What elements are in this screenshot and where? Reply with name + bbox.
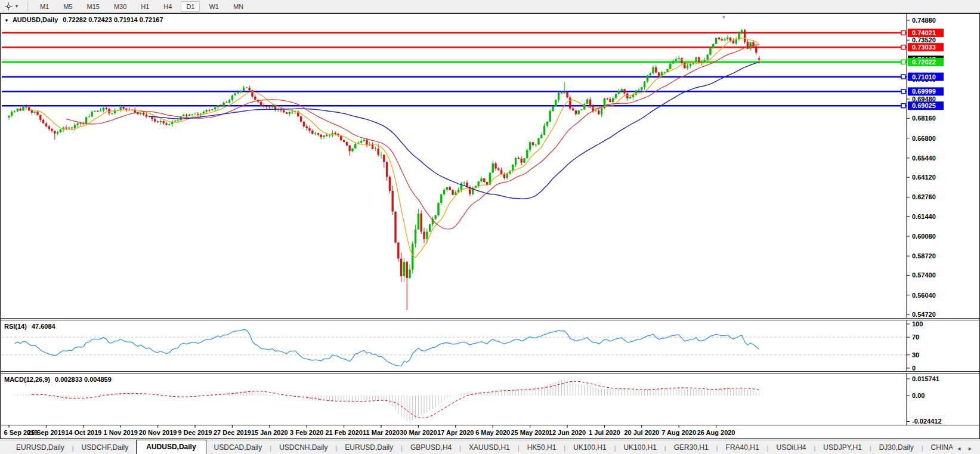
rsi-indicator-chart[interactable]: 10070300	[1, 320, 979, 371]
svg-text:15 Jan 2020: 15 Jan 2020	[251, 429, 288, 436]
collapse-arrow-icon[interactable]: ▼	[4, 18, 9, 23]
chart-tab-usdcnh-daily[interactable]: USDCNH,Daily	[271, 441, 335, 454]
chart-tabs: EURUSD,Daily|USDCHF,DailyAUDUSD,DailyUSD…	[0, 440, 953, 454]
chart-tab-hk50-h1[interactable]: HK50,H1	[520, 441, 564, 454]
svg-text:0.00: 0.00	[912, 392, 925, 399]
svg-text:0.58720: 0.58720	[912, 252, 936, 260]
svg-text:0: 0	[912, 365, 916, 371]
svg-text:12 Jun 2020: 12 Jun 2020	[549, 429, 586, 436]
scroll-left-icon[interactable]: ◄	[956, 446, 962, 452]
scroll-right-icon[interactable]: ►	[967, 446, 973, 452]
chart-tabs-bar: EURUSD,Daily|USDCHF,DailyAUDUSD,DailyUSD…	[0, 440, 980, 454]
svg-text:0.72022: 0.72022	[912, 58, 936, 66]
ma-line-8	[29, 38, 759, 258]
svg-text:0.71010: 0.71010	[912, 73, 936, 81]
level-badge: 0.74021	[901, 29, 944, 37]
level-badge: 0.72022	[901, 58, 944, 66]
chart-tab-xauusd-h1[interactable]: XAUUSD,H1	[461, 441, 518, 454]
svg-text:0.61440: 0.61440	[912, 213, 936, 220]
macd-label: MACD(12,26,9)0.002833 0.004859	[4, 376, 112, 383]
macd-indicator-chart[interactable]: 0.0157410.00-0.024412	[1, 373, 979, 425]
horizontal-level-lines	[2, 33, 907, 106]
svg-text:0.60080: 0.60080	[912, 233, 936, 240]
chart-tab-usdcad-daily[interactable]: USDCAD,Daily	[206, 441, 270, 454]
svg-text:0.64120: 0.64120	[912, 174, 936, 181]
timeframe-button-m30[interactable]: M30	[109, 1, 132, 12]
svg-text:0.73033: 0.73033	[912, 44, 936, 51]
macd-histogram	[9, 380, 759, 422]
svg-text:17 Apr 2020: 17 Apr 2020	[437, 429, 474, 436]
chart-tab-usoil-h4[interactable]: USOil,H4	[768, 441, 814, 454]
level-badge: 0.69999	[901, 87, 944, 95]
svg-text:0.69999: 0.69999	[912, 88, 936, 95]
svg-text:0.57400: 0.57400	[912, 271, 936, 279]
timeframe-button-d1[interactable]: D1	[181, 1, 200, 12]
rsi-name: RSI(14)	[4, 323, 27, 330]
svg-text:0.56040: 0.56040	[912, 292, 936, 299]
timeframe-button-h4[interactable]: H4	[158, 1, 177, 12]
svg-text:0.73520: 0.73520	[912, 36, 936, 44]
level-badge: 0.71010	[901, 73, 944, 81]
chart-tab-dj30-daily[interactable]: DJ30,Daily	[871, 441, 922, 454]
timeframe-button-h1[interactable]: H1	[135, 1, 154, 12]
date-axis[interactable]: 6 Sep 201925 Sep 201914 Oct 20191 Nov 20…	[1, 425, 979, 438]
svg-text:1 Nov 2019: 1 Nov 2019	[103, 429, 137, 436]
svg-text:70: 70	[912, 333, 919, 341]
level-badge: 0.69025	[901, 101, 944, 110]
svg-text:30: 30	[912, 351, 919, 359]
ohlc-values: 0.72282 0.72423 0.71914 0.72167	[63, 16, 163, 23]
crosshair-tool-button[interactable]: ▼	[2, 2, 21, 11]
svg-text:25 May 2020: 25 May 2020	[511, 429, 549, 436]
timeframe-button-m1[interactable]: M1	[35, 1, 54, 12]
svg-text:0.74021: 0.74021	[912, 29, 936, 36]
chart-tab-uk100-h1[interactable]: UK100,H1	[616, 441, 664, 454]
svg-text:27 Dec 2019: 27 Dec 2019	[214, 429, 251, 436]
chart-tab-china300-h1[interactable]: CHINA300,H1	[923, 441, 953, 454]
chart-tab-ger30-h1[interactable]: GER30,H1	[666, 441, 716, 454]
svg-text:3 Feb 2020: 3 Feb 2020	[290, 429, 323, 436]
svg-text:25 Sep 2019: 25 Sep 2019	[27, 429, 65, 436]
candlestick-chart[interactable]: 0.748800.735200.721600.708400.694800.681…	[1, 14, 979, 318]
timeframe-button-m15[interactable]: M15	[81, 1, 104, 12]
chart-tab-eurusd-daily[interactable]: EURUSD,Daily	[8, 441, 72, 454]
chart-tab-gbpusd-h4[interactable]: GBPUSD,H4	[403, 441, 459, 454]
main-chart-panel: 0.748800.735200.721600.708400.694800.681…	[1, 14, 979, 319]
svg-text:21 Feb 2020: 21 Feb 2020	[325, 429, 362, 436]
svg-text:26 Aug 2020: 26 Aug 2020	[697, 429, 735, 436]
chart-tab-audusd-daily[interactable]: AUDUSD,Daily	[136, 440, 206, 454]
timeframe-button-m5[interactable]: M5	[58, 1, 78, 12]
chart-tab-uk100-h1[interactable]: UK100,H1	[565, 441, 614, 454]
scroll-marker-icon: ▼	[721, 14, 727, 20]
ma-line-50	[149, 63, 759, 199]
chart-tab-eurusd-daily[interactable]: EURUSD,Daily	[337, 441, 401, 454]
svg-text:0.65440: 0.65440	[912, 155, 936, 162]
rsi-value: 47.6084	[32, 323, 55, 330]
rsi-panel: 10070300 RSI(14)47.6084	[1, 320, 979, 372]
chart-tab-usdjpy-h1[interactable]: USDJPY,H1	[815, 441, 869, 454]
rsi-line	[15, 330, 759, 366]
svg-text:0.62760: 0.62760	[912, 193, 936, 200]
symbol-period-label: AUDUSD,Daily	[13, 16, 58, 23]
chart-tab-usdchf-daily[interactable]: USDCHF,Daily	[74, 441, 137, 454]
timeframe-button-w1[interactable]: W1	[203, 1, 224, 12]
svg-text:0.66800: 0.66800	[912, 135, 936, 142]
svg-text:0.54720: 0.54720	[912, 311, 936, 318]
chart-tab-fra40-h1[interactable]: FRA40,H1	[718, 441, 767, 454]
svg-text:0.69025: 0.69025	[912, 102, 936, 109]
svg-text:30 Mar 2020: 30 Mar 2020	[400, 429, 437, 436]
svg-text:-0.024412: -0.024412	[912, 418, 942, 425]
level-badge: 0.73033	[901, 43, 944, 51]
macd-axis[interactable]: 0.0157410.00-0.024412	[907, 373, 942, 425]
chevron-down-icon: ▼	[14, 4, 19, 9]
timeframe-button-mn[interactable]: MN	[228, 1, 249, 12]
svg-text:0.74880: 0.74880	[912, 17, 936, 24]
svg-text:0.015741: 0.015741	[912, 375, 939, 382]
svg-text:0.68160: 0.68160	[912, 115, 936, 122]
svg-text:20 Jul 2020: 20 Jul 2020	[624, 429, 659, 436]
timeframe-toolbar: ▼ M1M5M15M30H1H4D1W1MN	[0, 0, 980, 13]
svg-text:6 May 2020: 6 May 2020	[475, 429, 510, 436]
chart-window: 0.748800.735200.721600.708400.694800.681…	[0, 13, 980, 439]
toolbar-separator-grip	[27, 2, 28, 11]
rsi-axis[interactable]: 10070300	[907, 320, 923, 371]
macd-panel: 0.0157410.00-0.024412 MACD(12,26,9)0.002…	[1, 373, 979, 425]
